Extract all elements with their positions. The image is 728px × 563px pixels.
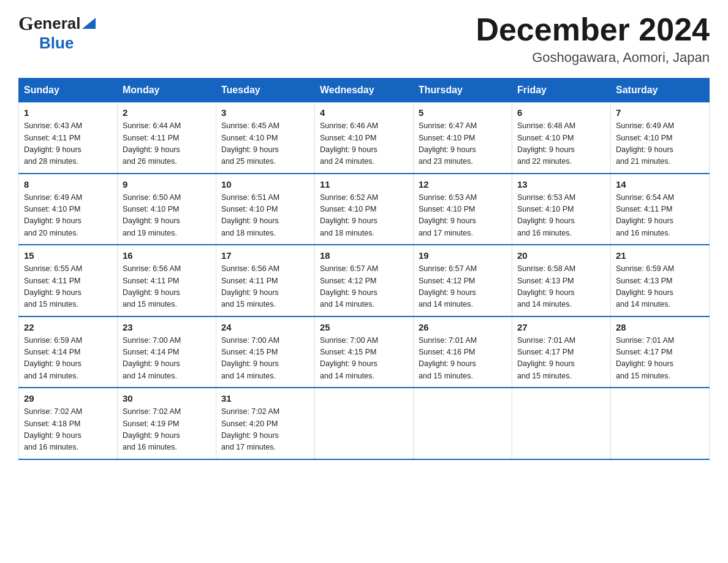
- calendar-day-cell: 4Sunrise: 6:46 AMSunset: 4:10 PMDaylight…: [315, 102, 414, 174]
- day-number: 12: [419, 179, 507, 190]
- day-info: Sunrise: 7:02 AMSunset: 4:19 PMDaylight:…: [123, 407, 181, 451]
- location-text: Goshogawara, Aomori, Japan: [476, 50, 710, 66]
- calendar-day-cell: 3Sunrise: 6:45 AMSunset: 4:10 PMDaylight…: [216, 102, 315, 174]
- day-number: 7: [616, 107, 704, 118]
- day-number: 11: [320, 179, 408, 190]
- day-number: 18: [320, 250, 408, 261]
- day-info: Sunrise: 6:57 AMSunset: 4:12 PMDaylight:…: [320, 264, 378, 308]
- day-info: Sunrise: 6:56 AMSunset: 4:11 PMDaylight:…: [123, 264, 181, 308]
- logo-area: G eneral Blue: [18, 12, 96, 53]
- calendar-day-cell: 19Sunrise: 6:57 AMSunset: 4:12 PMDayligh…: [414, 245, 512, 316]
- day-number: 14: [616, 179, 704, 190]
- day-info: Sunrise: 6:49 AMSunset: 4:10 PMDaylight:…: [24, 193, 82, 237]
- day-info: Sunrise: 6:54 AMSunset: 4:11 PMDaylight:…: [616, 193, 674, 237]
- calendar-day-cell: 10Sunrise: 6:51 AMSunset: 4:10 PMDayligh…: [216, 174, 315, 245]
- day-info: Sunrise: 7:01 AMSunset: 4:17 PMDaylight:…: [616, 336, 674, 380]
- day-number: 13: [517, 179, 605, 190]
- day-number: 31: [221, 393, 309, 404]
- day-info: Sunrise: 6:45 AMSunset: 4:10 PMDaylight:…: [221, 121, 279, 166]
- calendar-day-cell: 23Sunrise: 7:00 AMSunset: 4:14 PMDayligh…: [118, 316, 216, 388]
- calendar-week-1: 1Sunrise: 6:43 AMSunset: 4:11 PMDaylight…: [19, 102, 710, 174]
- calendar-day-cell: 26Sunrise: 7:01 AMSunset: 4:16 PMDayligh…: [414, 316, 512, 388]
- day-info: Sunrise: 7:01 AMSunset: 4:16 PMDaylight:…: [419, 336, 477, 380]
- calendar-day-cell: 13Sunrise: 6:53 AMSunset: 4:10 PMDayligh…: [512, 174, 611, 245]
- day-number: 24: [221, 322, 309, 332]
- calendar-day-cell: 8Sunrise: 6:49 AMSunset: 4:10 PMDaylight…: [19, 174, 118, 245]
- calendar-header-saturday: Saturday: [611, 79, 710, 102]
- day-info: Sunrise: 6:48 AMSunset: 4:10 PMDaylight:…: [517, 121, 575, 166]
- day-info: Sunrise: 6:56 AMSunset: 4:11 PMDaylight:…: [221, 264, 279, 308]
- calendar-week-4: 22Sunrise: 6:59 AMSunset: 4:14 PMDayligh…: [19, 316, 710, 388]
- page-header: G eneral Blue December 2024 Goshogawara,…: [18, 12, 710, 66]
- calendar-table: SundayMondayTuesdayWednesdayThursdayFrid…: [18, 78, 710, 460]
- day-info: Sunrise: 6:58 AMSunset: 4:13 PMDaylight:…: [517, 264, 575, 308]
- day-info: Sunrise: 7:01 AMSunset: 4:17 PMDaylight:…: [517, 336, 575, 380]
- calendar-day-cell: [512, 388, 611, 459]
- day-info: Sunrise: 6:52 AMSunset: 4:10 PMDaylight:…: [320, 193, 378, 237]
- day-info: Sunrise: 7:02 AMSunset: 4:18 PMDaylight:…: [24, 407, 82, 451]
- month-title: December 2024: [476, 12, 710, 47]
- logo-eneral: eneral: [34, 14, 81, 33]
- day-number: 22: [24, 322, 112, 332]
- day-info: Sunrise: 6:59 AMSunset: 4:14 PMDaylight:…: [24, 336, 82, 380]
- day-number: 30: [123, 393, 211, 404]
- day-number: 27: [517, 322, 605, 332]
- day-number: 2: [123, 107, 211, 118]
- logo-blue-text: Blue: [39, 34, 74, 52]
- day-number: 4: [320, 107, 408, 118]
- calendar-day-cell: 12Sunrise: 6:53 AMSunset: 4:10 PMDayligh…: [414, 174, 512, 245]
- calendar-day-cell: 14Sunrise: 6:54 AMSunset: 4:11 PMDayligh…: [611, 174, 710, 245]
- calendar-header-wednesday: Wednesday: [315, 79, 414, 102]
- day-info: Sunrise: 6:50 AMSunset: 4:10 PMDaylight:…: [123, 193, 181, 237]
- calendar-header-tuesday: Tuesday: [216, 79, 315, 102]
- day-number: 29: [24, 393, 112, 404]
- day-info: Sunrise: 6:44 AMSunset: 4:11 PMDaylight:…: [123, 121, 181, 166]
- day-number: 10: [221, 179, 309, 190]
- day-info: Sunrise: 6:53 AMSunset: 4:10 PMDaylight:…: [517, 193, 575, 237]
- calendar-header-thursday: Thursday: [414, 79, 512, 102]
- calendar-day-cell: [315, 388, 414, 459]
- calendar-day-cell: 18Sunrise: 6:57 AMSunset: 4:12 PMDayligh…: [315, 245, 414, 316]
- day-info: Sunrise: 7:00 AMSunset: 4:14 PMDaylight:…: [123, 336, 181, 380]
- calendar-day-cell: 6Sunrise: 6:48 AMSunset: 4:10 PMDaylight…: [512, 102, 611, 174]
- calendar-header-sunday: Sunday: [19, 79, 118, 102]
- day-number: 20: [517, 250, 605, 261]
- title-area: December 2024 Goshogawara, Aomori, Japan: [476, 12, 710, 66]
- day-info: Sunrise: 7:02 AMSunset: 4:20 PMDaylight:…: [221, 407, 279, 451]
- logo-g-letter: G: [18, 12, 34, 35]
- day-number: 6: [517, 107, 605, 118]
- day-info: Sunrise: 6:47 AMSunset: 4:10 PMDaylight:…: [419, 121, 477, 166]
- day-number: 26: [419, 322, 507, 332]
- calendar-day-cell: 31Sunrise: 7:02 AMSunset: 4:20 PMDayligh…: [216, 388, 315, 459]
- day-number: 17: [221, 250, 309, 261]
- calendar-day-cell: 30Sunrise: 7:02 AMSunset: 4:19 PMDayligh…: [118, 388, 216, 459]
- calendar-day-cell: 24Sunrise: 7:00 AMSunset: 4:15 PMDayligh…: [216, 316, 315, 388]
- calendar-day-cell: 17Sunrise: 6:56 AMSunset: 4:11 PMDayligh…: [216, 245, 315, 316]
- calendar-week-5: 29Sunrise: 7:02 AMSunset: 4:18 PMDayligh…: [19, 388, 710, 459]
- day-info: Sunrise: 6:53 AMSunset: 4:10 PMDaylight:…: [419, 193, 477, 237]
- day-info: Sunrise: 7:00 AMSunset: 4:15 PMDaylight:…: [221, 336, 279, 380]
- day-info: Sunrise: 7:00 AMSunset: 4:15 PMDaylight:…: [320, 336, 378, 380]
- logo-triangle-icon: [82, 18, 96, 29]
- calendar-day-cell: 29Sunrise: 7:02 AMSunset: 4:18 PMDayligh…: [19, 388, 118, 459]
- calendar-day-cell: 28Sunrise: 7:01 AMSunset: 4:17 PMDayligh…: [611, 316, 710, 388]
- day-number: 15: [24, 250, 112, 261]
- calendar-day-cell: 1Sunrise: 6:43 AMSunset: 4:11 PMDaylight…: [19, 102, 118, 174]
- day-number: 25: [320, 322, 408, 332]
- calendar-header-monday: Monday: [118, 79, 216, 102]
- day-number: 8: [24, 179, 112, 190]
- day-info: Sunrise: 6:43 AMSunset: 4:11 PMDaylight:…: [24, 121, 82, 166]
- calendar-week-3: 15Sunrise: 6:55 AMSunset: 4:11 PMDayligh…: [19, 245, 710, 316]
- day-info: Sunrise: 6:49 AMSunset: 4:10 PMDaylight:…: [616, 121, 674, 166]
- calendar-day-cell: 7Sunrise: 6:49 AMSunset: 4:10 PMDaylight…: [611, 102, 710, 174]
- day-info: Sunrise: 6:46 AMSunset: 4:10 PMDaylight:…: [320, 121, 378, 166]
- calendar-day-cell: 2Sunrise: 6:44 AMSunset: 4:11 PMDaylight…: [118, 102, 216, 174]
- day-number: 3: [221, 107, 309, 118]
- calendar-day-cell: 22Sunrise: 6:59 AMSunset: 4:14 PMDayligh…: [19, 316, 118, 388]
- svg-marker-0: [82, 18, 96, 29]
- calendar-week-2: 8Sunrise: 6:49 AMSunset: 4:10 PMDaylight…: [19, 174, 710, 245]
- day-number: 23: [123, 322, 211, 332]
- day-number: 1: [24, 107, 112, 118]
- day-number: 28: [616, 322, 704, 332]
- day-number: 9: [123, 179, 211, 190]
